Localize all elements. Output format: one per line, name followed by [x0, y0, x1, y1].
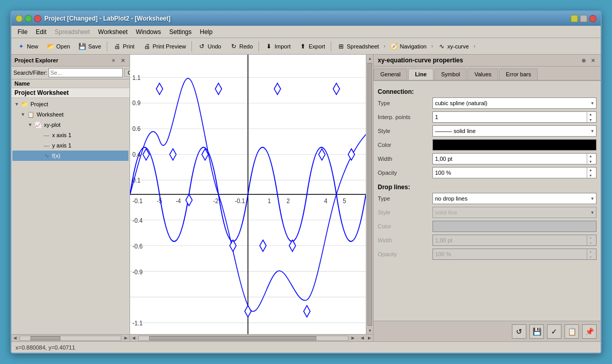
title-extra-btn2[interactable]	[580, 15, 587, 22]
plot-scroll-left[interactable]: ◀	[130, 335, 137, 342]
menu-windows[interactable]: Windows	[132, 27, 165, 37]
width-down[interactable]: ▼	[587, 159, 594, 164]
plot-svg: 1.1 0.9 0.6 0.4 0.1 -0.1 -0.4 -0.6 -0.9 …	[130, 55, 366, 334]
svg-text:4: 4	[324, 197, 328, 204]
yaxis-icon: —	[42, 141, 51, 150]
menu-help[interactable]: Help	[196, 27, 217, 37]
import-button[interactable]: ⬇ Import	[261, 40, 294, 53]
drop-type-control: no drop lines	[432, 193, 597, 204]
explorer-close-button[interactable]: ✕	[119, 57, 126, 64]
type-select[interactable]: cubic spline (natural)	[432, 97, 597, 109]
plot-scroll-right2[interactable]: ▶	[366, 335, 373, 342]
plot-scrollbar-v: ▲ ▼	[366, 55, 373, 334]
tab-error-bars[interactable]: Error bars	[499, 69, 538, 80]
open-button[interactable]: 📂 Open	[43, 40, 74, 53]
opacity-up[interactable]: ▲	[587, 167, 594, 173]
style-select[interactable]: ——— solid line	[432, 125, 597, 137]
scrollbar-thumb-h[interactable]	[30, 336, 61, 340]
xy-curve-icon: ∿	[438, 42, 446, 51]
props-close-button[interactable]: ✕	[589, 57, 597, 64]
properties-title: xy-equation-curve properties	[378, 57, 463, 64]
tree-item-yaxis[interactable]: ▶ — y axis 1	[12, 140, 128, 151]
width-up[interactable]: ▲	[587, 153, 594, 159]
menu-settings[interactable]: Settings	[165, 27, 196, 37]
drop-width-spinner: 1,00 pt ▲ ▼	[432, 235, 597, 246]
tree-item-xaxis[interactable]: ▶ — x axis 1	[12, 130, 128, 140]
xy-curve-button[interactable]: ∿ xy-curve	[434, 40, 473, 53]
props-btn-2[interactable]: 💾	[529, 324, 544, 339]
scroll-left[interactable]: ◀	[11, 335, 19, 342]
menu-spreadsheet[interactable]: Spreadsheet	[51, 27, 94, 37]
props-btn-3[interactable]: ✓	[547, 324, 561, 339]
color-swatch[interactable]	[432, 139, 597, 151]
navigation-button[interactable]: 🧭 Navigation	[386, 40, 430, 53]
prop-row-type: Type cubic spline (natural)	[378, 97, 597, 109]
opacity-down[interactable]: ▼	[587, 173, 594, 178]
plot-container: 1.1 0.9 0.6 0.4 0.1 -0.1 -0.4 -0.6 -0.9 …	[130, 55, 373, 334]
tree-item-worksheet[interactable]: ▼ 📋 Worksheet	[12, 109, 128, 120]
title-bar-left: Project [Changed] - LabPlot2 - [Workshee…	[15, 15, 170, 22]
maximize-button[interactable]	[25, 15, 32, 22]
style-select-wrap: ——— solid line	[432, 125, 597, 137]
scroll-right[interactable]: ▶	[122, 335, 130, 342]
prop-row-interp: Interp. points 1 ▲ ▼	[378, 111, 597, 123]
xyplot-icon: 📈	[34, 121, 42, 129]
arrow-worksheet: ▼	[21, 112, 27, 117]
save-button[interactable]: 💾 Save	[75, 40, 105, 53]
scrollbar-track-h[interactable]	[20, 336, 121, 341]
plot-scroll-thumb[interactable]	[149, 336, 316, 340]
scroll-up[interactable]: ▲	[366, 55, 374, 62]
menu-edit[interactable]: Edit	[31, 27, 51, 37]
title-extra-close[interactable]	[589, 15, 597, 22]
explorer-pin-button[interactable]: ×	[110, 57, 117, 64]
scroll-down[interactable]: ▼	[366, 327, 374, 334]
interp-spinner: 1 ▲ ▼	[432, 111, 597, 123]
menu-file[interactable]: File	[13, 27, 31, 37]
drop-style-select-wrap: solid line	[432, 207, 597, 218]
prop-row-drop-opacity: Opacity 100 % ▲ ▼	[378, 249, 597, 260]
tab-symbol[interactable]: Symbol	[434, 69, 467, 80]
print-button[interactable]: 🖨 Print	[109, 40, 138, 53]
plot-scroll-left2[interactable]: ◀	[359, 335, 366, 342]
prop-row-drop-style: Style solid line	[378, 207, 597, 218]
interp-up[interactable]: ▲	[587, 111, 594, 117]
tab-line[interactable]: Line	[408, 69, 433, 80]
scrollbar-thumb-v[interactable]	[367, 63, 372, 326]
print-preview-button[interactable]: 🖨 Print Preview	[139, 40, 190, 53]
plot-scroll-right[interactable]: ▶	[349, 335, 357, 342]
drop-type-select[interactable]: no drop lines	[432, 193, 597, 204]
svg-text:-0.4: -0.4	[133, 217, 143, 224]
tab-general[interactable]: General	[374, 69, 407, 80]
menu-worksheet[interactable]: Worksheet	[94, 27, 132, 37]
plot-scroll-track[interactable]	[138, 336, 348, 341]
new-button[interactable]: ✦ New	[13, 40, 42, 53]
tree-item-fx[interactable]: ▶ ∿ f(x)	[12, 151, 128, 161]
props-btn-1[interactable]: ↺	[512, 324, 526, 339]
redo-button[interactable]: ↻ Redo	[226, 40, 256, 53]
interp-down[interactable]: ▼	[587, 117, 594, 123]
svg-text:2: 2	[286, 197, 289, 204]
prop-row-color: Color	[378, 139, 597, 151]
style-control: ——— solid line	[432, 125, 597, 137]
opacity-label: Opacity	[378, 170, 429, 176]
type-control: cubic spline (natural)	[432, 97, 597, 109]
drop-width-down: ▼	[587, 240, 594, 246]
search-input[interactable]	[49, 68, 123, 77]
tab-values[interactable]: Values	[468, 69, 498, 80]
svg-text:-0.6: -0.6	[133, 243, 143, 250]
spreadsheet-button[interactable]: ⊞ Spreadsheet	[333, 40, 382, 53]
props-pin-button[interactable]: ⊕	[580, 57, 587, 64]
minimize-button[interactable]	[15, 15, 23, 22]
close-button[interactable]	[34, 15, 41, 22]
props-btn-4[interactable]: 📋	[565, 324, 579, 339]
tree-item-xyplot[interactable]: ▼ 📈 xy-plot	[12, 120, 128, 130]
arrow-project: ▼	[14, 102, 21, 107]
plot-area[interactable]: 1.1 0.9 0.6 0.4 0.1 -0.1 -0.4 -0.6 -0.9 …	[130, 55, 366, 334]
title-extra-btn1[interactable]	[571, 15, 578, 22]
undo-button[interactable]: ↺ Undo	[194, 40, 224, 53]
export-icon: ⬆	[299, 42, 307, 51]
export-button[interactable]: ⬆ Export	[295, 40, 329, 53]
props-btn-5[interactable]: 📌	[582, 324, 597, 339]
status-bar: x=0.880084, y=0.40711	[11, 341, 601, 353]
tree-item-project[interactable]: ▼ 📁 Project	[12, 99, 128, 109]
